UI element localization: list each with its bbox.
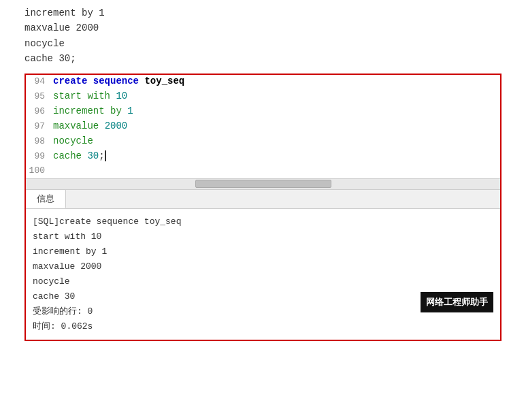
value-30: 30 <box>87 150 99 161</box>
value-1: 1 <box>127 106 133 116</box>
line-content-98: nocycle <box>50 135 500 146</box>
info-line-8: 时间: 0.062s <box>33 319 493 334</box>
line-content-94: create sequence toy_seq <box>50 76 500 86</box>
value-10: 10 <box>116 91 127 101</box>
line-number-98: 98 <box>26 136 50 146</box>
identifier-toy-seq: toy_seq <box>144 76 184 86</box>
tab-info[interactable]: 信息 <box>26 190 66 208</box>
info-line-3: increment by 1 <box>33 244 493 259</box>
line-number-100: 100 <box>26 165 50 176</box>
info-line-4: maxvalue 2000 <box>33 259 493 274</box>
line-number-97: 97 <box>26 121 50 131</box>
top-line-4: cache 30; <box>24 51 526 66</box>
code-line-100: 100 <box>26 165 500 178</box>
info-content: [SQL]create sequence toy_seq start with … <box>26 209 500 340</box>
code-area: 94 create sequence toy_seq 95 start with… <box>26 75 500 178</box>
line-content-96: increment by 1 <box>50 106 500 116</box>
top-text-area: increment by 1 maxvalue 2000 nocycle cac… <box>0 5 526 74</box>
keyword-cache: cache <box>53 150 87 161</box>
top-line-2: maxvalue 2000 <box>24 20 526 35</box>
scrollbar-thumb[interactable] <box>195 180 331 188</box>
watermark-badge: 网络工程师助手 <box>421 292 493 312</box>
top-line-3: nocycle <box>24 36 526 51</box>
info-line-1: [SQL]create sequence toy_seq <box>33 214 493 229</box>
line-content-95: start with 10 <box>50 91 500 101</box>
line-number-95: 95 <box>26 91 50 101</box>
code-line-98: 98 nocycle <box>26 135 500 150</box>
top-line-1: increment by 1 <box>24 5 526 20</box>
keyword-nocycle: nocycle <box>53 135 93 146</box>
line-content-99: cache 30; <box>50 150 500 161</box>
info-tabs: 信息 <box>26 190 500 209</box>
info-line-5: nocycle <box>33 274 493 289</box>
code-editor[interactable]: 94 create sequence toy_seq 95 start with… <box>24 74 502 342</box>
code-line-94: 94 create sequence toy_seq <box>26 75 500 90</box>
line-number-94: 94 <box>26 76 50 86</box>
keyword-maxvalue: maxvalue <box>53 120 105 131</box>
code-line-97: 97 maxvalue 2000 <box>26 120 500 135</box>
keyword-increment-by: increment by <box>53 106 127 116</box>
keyword-start-with: start with <box>53 91 116 101</box>
code-line-99: 99 cache 30; <box>26 150 500 165</box>
main-container: increment by 1 maxvalue 2000 nocycle cac… <box>0 0 526 420</box>
value-2000: 2000 <box>105 120 128 131</box>
line-number-99: 99 <box>26 151 50 161</box>
code-line-96: 96 increment by 1 <box>26 105 500 120</box>
line-number-96: 96 <box>26 106 50 116</box>
info-line-2: start with 10 <box>33 229 493 244</box>
horizontal-scrollbar[interactable] <box>26 178 500 189</box>
line-content-97: maxvalue 2000 <box>50 120 500 131</box>
code-line-95: 95 start with 10 <box>26 90 500 105</box>
info-panel: 信息 [SQL]create sequence toy_seq start wi… <box>26 189 500 340</box>
cursor: ; <box>99 150 105 161</box>
keyword-create-sequence: create sequence <box>53 76 144 86</box>
